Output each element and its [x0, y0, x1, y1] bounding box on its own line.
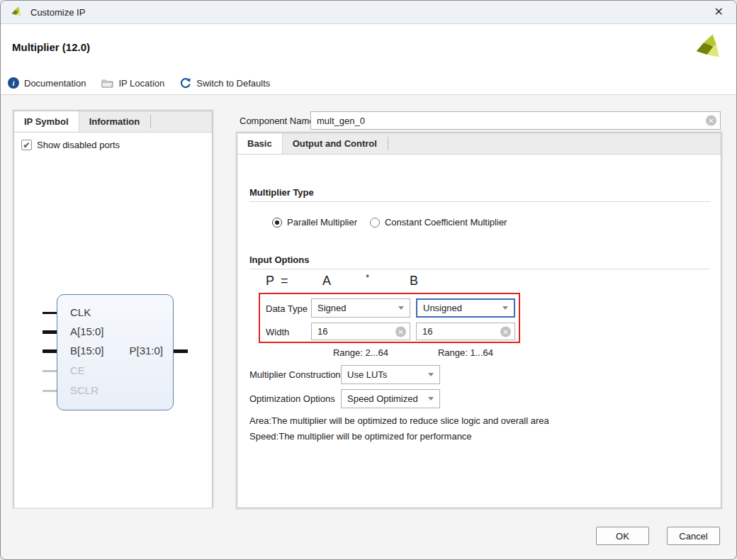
app-logo-icon	[11, 6, 23, 18]
documentation-button[interactable]: i Documentation	[8, 77, 86, 89]
cancel-button[interactable]: Cancel	[667, 527, 720, 545]
input-options-heading: Input Options	[249, 254, 309, 265]
port-clk: CLK	[70, 306, 91, 318]
config-tabstrip: Basic Output and Control	[237, 133, 721, 155]
section-rule	[249, 269, 710, 269]
ip-location-button[interactable]: IP Location	[101, 78, 164, 89]
config-panel: Basic Output and Control Multiplier Type…	[237, 133, 721, 508]
radio-constant-coefficient-multiplier[interactable]: Constant Coefficient Multiplier	[370, 217, 507, 228]
close-icon[interactable]: ✕	[711, 5, 726, 19]
tab-information[interactable]: Information	[79, 111, 151, 132]
component-name-input[interactable]	[310, 111, 721, 130]
width-label: Width	[266, 327, 289, 337]
chevron-down-icon	[502, 306, 508, 310]
switch-to-defaults-button[interactable]: Switch to Defaults	[180, 77, 270, 89]
multiplier-type-options: Parallel Multiplier Constant Coefficient…	[272, 217, 507, 228]
chevron-down-icon	[398, 306, 404, 310]
optimization-options-value: Speed Optimized	[347, 393, 418, 404]
config-content: Multiplier Type Parallel Multiplier Cons…	[237, 155, 721, 508]
radio-constant-label: Constant Coefficient Multiplier	[385, 217, 507, 228]
multiplier-type-heading: Multiplier Type	[249, 187, 314, 198]
data-type-b-value: Unsigned	[423, 303, 462, 313]
component-name-wrap: ✕	[310, 111, 721, 130]
radio-parallel-label: Parallel Multiplier	[287, 217, 357, 228]
stub-p	[174, 349, 188, 353]
tab-basic[interactable]: Basic	[237, 133, 283, 154]
equation-b: B	[410, 274, 418, 289]
tab-output-and-control[interactable]: Output and Control	[283, 133, 388, 154]
clear-icon[interactable]: ✕	[706, 116, 716, 126]
radio-parallel-multiplier[interactable]: Parallel Multiplier	[272, 217, 357, 228]
ip-symbol-panel: IP Symbol Information ✔ Show disabled po…	[13, 111, 213, 508]
data-type-a-dropdown[interactable]: Signed	[311, 298, 410, 318]
optimization-options-label: Optimization Options	[249, 393, 335, 404]
range-a-label: Range: 2...64	[311, 347, 410, 358]
multiplier-construction-dropdown[interactable]: Use LUTs	[341, 365, 440, 384]
component-name-label: Component Name	[240, 116, 315, 126]
show-disabled-ports-row: ✔ Show disabled ports	[21, 140, 120, 150]
port-b: B[15:0]	[70, 345, 104, 357]
port-sclr: SCLR	[70, 384, 99, 396]
port-p: P[31:0]	[129, 345, 163, 357]
ip-location-label: IP Location	[118, 78, 164, 89]
multiplier-construction-value: Use LUTs	[347, 369, 387, 380]
chevron-down-icon	[428, 373, 434, 376]
port-ce: CE	[70, 364, 85, 376]
equation-a: A	[322, 274, 331, 289]
folder-icon	[101, 78, 113, 88]
radio-selected-icon	[272, 218, 282, 228]
data-type-b-dropdown[interactable]: Unsigned	[416, 298, 515, 318]
tab-information-label: Information	[89, 116, 140, 127]
optimization-options-dropdown[interactable]: Speed Optimized	[341, 389, 440, 408]
equation-equals: =	[281, 274, 288, 289]
stub-a	[43, 330, 57, 334]
tab-output-and-control-label: Output and Control	[293, 138, 377, 149]
tab-divider	[388, 137, 388, 150]
xilinx-logo	[694, 31, 725, 67]
switch-to-defaults-label: Switch to Defaults	[196, 78, 270, 89]
area-note: Area:The multiplier will be optimized to…	[249, 415, 549, 426]
toolbar: i Documentation IP Location	[8, 77, 270, 89]
window-title: Customize IP	[30, 7, 85, 18]
title-bar: Customize IP ✕	[1, 1, 736, 24]
left-tabstrip: IP Symbol Information	[14, 111, 212, 133]
tab-ip-symbol-label: IP Symbol	[24, 116, 69, 127]
tab-ip-symbol[interactable]: IP Symbol	[14, 111, 79, 132]
width-b-wrap: ✕	[416, 323, 515, 340]
show-disabled-ports-checkbox[interactable]: ✔	[21, 140, 32, 150]
stub-b	[43, 349, 57, 353]
info-icon: i	[8, 77, 19, 89]
tab-divider	[150, 115, 151, 128]
ip-title: Multiplier (12.0)	[12, 41, 90, 53]
chevron-down-icon	[428, 397, 434, 401]
clear-icon[interactable]: ✕	[500, 326, 511, 337]
port-a: A[15:0]	[70, 325, 104, 337]
speed-note: Speed:The multiplier will be optimized f…	[249, 431, 472, 442]
equation-p: P	[266, 274, 274, 289]
multiplier-construction-label: Multiplier Construction	[249, 369, 341, 380]
width-a-wrap: ✕	[311, 323, 410, 340]
stub-clk	[43, 312, 57, 314]
highlight-red-box: Data Type Signed Unsigned Width ✕ ✕	[259, 293, 520, 343]
tab-basic-label: Basic	[247, 138, 272, 149]
section-rule	[249, 201, 710, 202]
ip-symbol-content: ✔ Show disabled ports CLK A[15:0] B[15:0…	[14, 133, 212, 508]
show-disabled-ports-label: Show disabled ports	[37, 140, 120, 150]
stub-sclr	[43, 390, 57, 392]
documentation-label: Documentation	[24, 78, 86, 89]
range-b-label: Range: 1...64	[416, 347, 515, 358]
clear-icon[interactable]: ✕	[395, 326, 406, 337]
radio-unselected-icon	[370, 218, 380, 228]
dialog-header: Multiplier (12.0) i Documentation IP Loc…	[1, 24, 736, 95]
refresh-icon	[180, 77, 191, 89]
customize-ip-dialog: Customize IP ✕ Multiplier (12.0) i Docum…	[0, 0, 737, 560]
ip-symbol-diagram: CLK A[15:0] B[15:0] CE SCLR P[31:0]	[57, 294, 174, 410]
ok-button[interactable]: OK	[596, 527, 649, 545]
stub-ce	[43, 370, 57, 372]
data-type-label: Data Type	[266, 303, 308, 314]
equation-star: *	[366, 272, 369, 283]
data-type-a-value: Signed	[317, 303, 346, 313]
